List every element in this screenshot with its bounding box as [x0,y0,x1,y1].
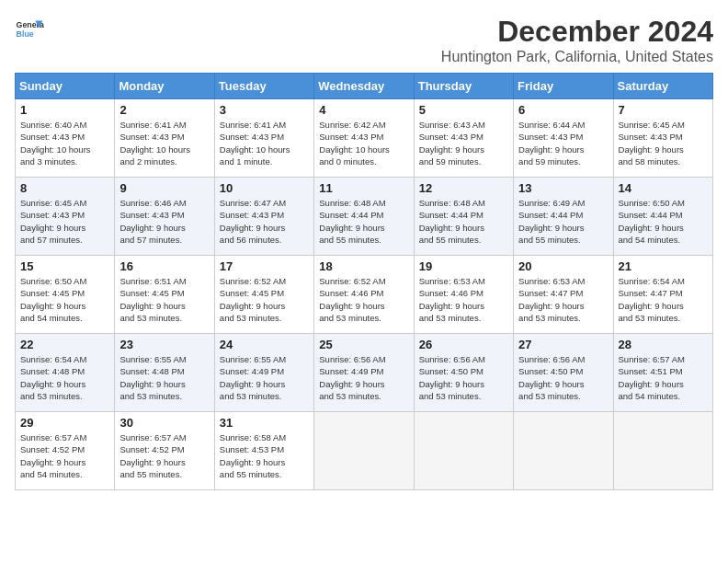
day-number: 23 [119,338,209,351]
calendar-cell: 25Sunrise: 6:56 AM Sunset: 4:49 PM Dayli… [314,334,414,412]
calendar-cell: 3Sunrise: 6:41 AM Sunset: 4:43 PM Daylig… [214,99,313,178]
calendar-cell: 6Sunrise: 6:44 AM Sunset: 4:43 PM Daylig… [514,99,613,178]
calendar-cell: 31Sunrise: 6:58 AM Sunset: 4:53 PM Dayli… [214,412,313,490]
day-number: 15 [20,259,109,273]
day-info: Sunrise: 6:44 AM Sunset: 4:43 PM Dayligh… [518,119,608,167]
calendar-cell: 24Sunrise: 6:55 AM Sunset: 4:49 PM Dayli… [214,334,313,412]
day-info: Sunrise: 6:50 AM Sunset: 4:44 PM Dayligh… [619,197,708,246]
day-info: Sunrise: 6:52 AM Sunset: 4:46 PM Dayligh… [319,275,408,324]
calendar-table: SundayMondayTuesdayWednesdayThursdayFrid… [15,73,713,490]
calendar-cell: 4Sunrise: 6:42 AM Sunset: 4:43 PM Daylig… [314,99,414,178]
calendar-cell: 12Sunrise: 6:48 AM Sunset: 4:44 PM Dayli… [414,178,513,256]
day-number: 17 [220,259,309,273]
day-number: 25 [319,338,408,351]
weekday-header: Sunday [16,74,115,99]
day-number: 30 [119,416,209,430]
weekday-header: Friday [514,74,613,99]
calendar-cell: 15Sunrise: 6:50 AM Sunset: 4:45 PM Dayli… [16,256,115,334]
day-number: 5 [419,103,508,117]
calendar-week-row: 15Sunrise: 6:50 AM Sunset: 4:45 PM Dayli… [16,256,713,334]
day-info: Sunrise: 6:56 AM Sunset: 4:50 PM Dayligh… [518,353,608,402]
day-info: Sunrise: 6:43 AM Sunset: 4:43 PM Dayligh… [419,119,508,167]
calendar-cell: 5Sunrise: 6:43 AM Sunset: 4:43 PM Daylig… [414,99,513,178]
calendar-subtitle: Huntington Park, California, United Stat… [441,49,713,65]
day-info: Sunrise: 6:48 AM Sunset: 4:44 PM Dayligh… [419,197,508,246]
calendar-week-row: 22Sunrise: 6:54 AM Sunset: 4:48 PM Dayli… [16,334,713,412]
day-number: 12 [419,181,508,195]
day-info: Sunrise: 6:53 AM Sunset: 4:46 PM Dayligh… [419,275,508,324]
day-number: 9 [119,181,209,195]
calendar-cell: 28Sunrise: 6:57 AM Sunset: 4:51 PM Dayli… [613,334,712,412]
day-info: Sunrise: 6:45 AM Sunset: 4:43 PM Dayligh… [619,119,708,167]
day-number: 6 [518,103,608,117]
day-info: Sunrise: 6:41 AM Sunset: 4:43 PM Dayligh… [220,119,309,167]
calendar-cell: 11Sunrise: 6:48 AM Sunset: 4:44 PM Dayli… [314,178,414,256]
calendar-cell [613,412,712,490]
calendar-cell: 2Sunrise: 6:41 AM Sunset: 4:43 PM Daylig… [115,99,214,178]
calendar-cell: 8Sunrise: 6:45 AM Sunset: 4:43 PM Daylig… [16,178,115,256]
calendar-week-row: 29Sunrise: 6:57 AM Sunset: 4:52 PM Dayli… [16,412,713,490]
calendar-cell: 20Sunrise: 6:53 AM Sunset: 4:47 PM Dayli… [514,256,613,334]
calendar-cell [314,412,414,490]
day-number: 31 [220,416,309,430]
day-number: 7 [619,103,708,117]
day-number: 16 [119,259,209,273]
calendar-cell: 21Sunrise: 6:54 AM Sunset: 4:47 PM Dayli… [613,256,712,334]
svg-text:Blue: Blue [17,29,34,39]
day-info: Sunrise: 6:55 AM Sunset: 4:49 PM Dayligh… [220,353,309,402]
day-info: Sunrise: 6:56 AM Sunset: 4:49 PM Dayligh… [319,353,408,402]
day-number: 11 [319,181,408,195]
header: General Blue December 2024 Huntington Pa… [15,15,713,65]
day-number: 4 [319,103,408,117]
day-number: 18 [319,259,408,273]
weekday-header: Monday [115,74,214,99]
day-info: Sunrise: 6:42 AM Sunset: 4:43 PM Dayligh… [319,119,408,167]
day-number: 2 [119,103,209,117]
calendar-cell: 9Sunrise: 6:46 AM Sunset: 4:43 PM Daylig… [115,178,214,256]
day-info: Sunrise: 6:49 AM Sunset: 4:44 PM Dayligh… [518,197,608,246]
calendar-cell: 10Sunrise: 6:47 AM Sunset: 4:43 PM Dayli… [214,178,313,256]
day-info: Sunrise: 6:46 AM Sunset: 4:43 PM Dayligh… [119,197,209,246]
weekday-header: Thursday [414,74,513,99]
calendar-cell: 30Sunrise: 6:57 AM Sunset: 4:52 PM Dayli… [115,412,214,490]
weekday-header: Tuesday [214,74,313,99]
day-info: Sunrise: 6:58 AM Sunset: 4:53 PM Dayligh… [220,431,309,480]
calendar-cell: 29Sunrise: 6:57 AM Sunset: 4:52 PM Dayli… [16,412,115,490]
day-info: Sunrise: 6:57 AM Sunset: 4:52 PM Dayligh… [119,431,209,480]
day-info: Sunrise: 6:40 AM Sunset: 4:43 PM Dayligh… [20,119,109,167]
day-info: Sunrise: 6:47 AM Sunset: 4:43 PM Dayligh… [220,197,309,246]
calendar-header-row: SundayMondayTuesdayWednesdayThursdayFrid… [16,74,713,99]
day-info: Sunrise: 6:54 AM Sunset: 4:47 PM Dayligh… [619,275,708,324]
calendar-cell: 16Sunrise: 6:51 AM Sunset: 4:45 PM Dayli… [115,256,214,334]
day-number: 21 [619,259,708,273]
weekday-header: Wednesday [314,74,414,99]
day-number: 1 [20,103,109,117]
day-info: Sunrise: 6:52 AM Sunset: 4:45 PM Dayligh… [220,275,309,324]
day-number: 26 [419,338,508,351]
calendar-title: December 2024 [441,15,713,49]
calendar-cell: 1Sunrise: 6:40 AM Sunset: 4:43 PM Daylig… [16,99,115,178]
day-number: 20 [518,259,608,273]
calendar-cell: 7Sunrise: 6:45 AM Sunset: 4:43 PM Daylig… [613,99,712,178]
calendar-cell [414,412,513,490]
calendar-cell: 19Sunrise: 6:53 AM Sunset: 4:46 PM Dayli… [414,256,513,334]
day-number: 28 [619,338,708,351]
day-number: 3 [220,103,309,117]
day-info: Sunrise: 6:56 AM Sunset: 4:50 PM Dayligh… [419,353,508,402]
day-info: Sunrise: 6:57 AM Sunset: 4:51 PM Dayligh… [619,353,708,402]
title-block: December 2024 Huntington Park, Californi… [441,15,713,65]
calendar-cell: 17Sunrise: 6:52 AM Sunset: 4:45 PM Dayli… [214,256,313,334]
day-info: Sunrise: 6:51 AM Sunset: 4:45 PM Dayligh… [119,275,209,324]
calendar-cell: 18Sunrise: 6:52 AM Sunset: 4:46 PM Dayli… [314,256,414,334]
logo-icon: General Blue [15,15,44,44]
calendar-cell [514,412,613,490]
day-info: Sunrise: 6:53 AM Sunset: 4:47 PM Dayligh… [518,275,608,324]
day-info: Sunrise: 6:45 AM Sunset: 4:43 PM Dayligh… [20,197,109,246]
day-info: Sunrise: 6:57 AM Sunset: 4:52 PM Dayligh… [20,431,109,480]
day-info: Sunrise: 6:48 AM Sunset: 4:44 PM Dayligh… [319,197,408,246]
calendar-cell: 13Sunrise: 6:49 AM Sunset: 4:44 PM Dayli… [514,178,613,256]
day-number: 24 [220,338,309,351]
day-number: 29 [20,416,109,430]
day-number: 22 [20,338,109,351]
logo: General Blue [15,15,44,44]
